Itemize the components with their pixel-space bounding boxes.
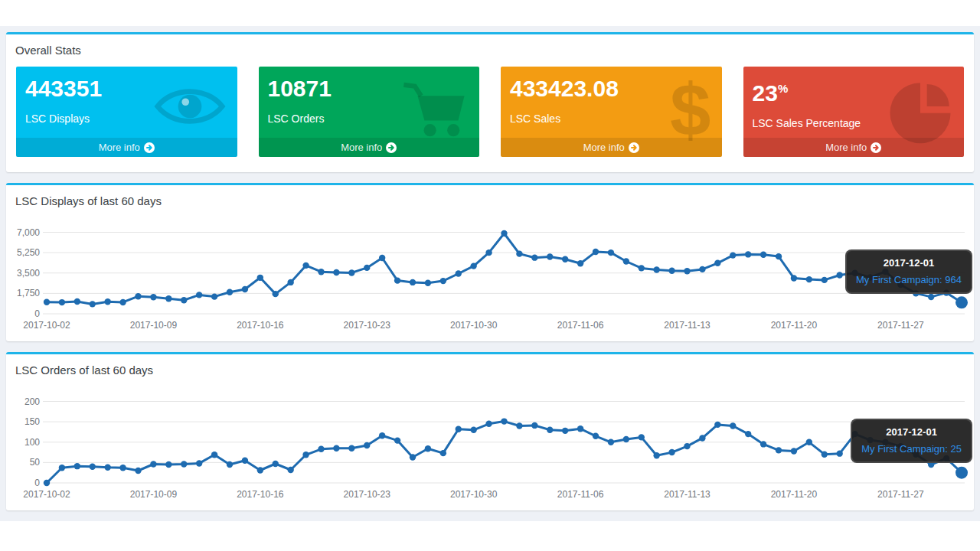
more-info-link[interactable]: More info	[743, 138, 965, 157]
svg-text:100: 100	[24, 437, 40, 448]
svg-text:2017-11-13: 2017-11-13	[664, 320, 710, 331]
stat-box-lsc-sales-percentage: 23% LSC Sales Percentage More info	[743, 67, 965, 157]
stat-value: 433423.08	[510, 76, 713, 102]
tooltip-value: My First Campaign: 25	[861, 443, 962, 455]
overall-stats-panel: Overall Stats 443351 LSC Displays More i…	[6, 32, 974, 172]
svg-text:2017-10-02: 2017-10-02	[23, 320, 70, 331]
chart-tooltip: 2017-12-01 My First Campaign: 25	[851, 419, 972, 463]
tooltip-date: 2017-12-01	[861, 426, 962, 438]
stat-value: 23%	[753, 76, 956, 106]
more-info-label: More info	[341, 142, 382, 153]
svg-text:1,750: 1,750	[17, 288, 40, 298]
stat-value: 10871	[268, 76, 471, 102]
more-info-link[interactable]: More info	[501, 138, 722, 157]
more-info-link[interactable]: More info	[259, 138, 480, 157]
chart-tooltip: 2017-12-01 My First Campaign: 964	[845, 249, 972, 294]
stat-box-lsc-displays: 443351 LSC Displays More info	[16, 67, 237, 157]
panel-title-overall-stats: Overall Stats	[6, 34, 974, 65]
svg-text:50: 50	[30, 457, 41, 468]
stat-label: LSC Displays	[25, 112, 228, 125]
displays-chart-panel: LSC Displays of last 60 days 01,7503,500…	[6, 183, 974, 341]
top-spacer	[0, 0, 980, 26]
more-info-label: More info	[825, 142, 867, 153]
svg-text:2017-11-27: 2017-11-27	[877, 320, 924, 331]
svg-text:2017-11-20: 2017-11-20	[771, 320, 818, 331]
svg-text:2017-11-06: 2017-11-06	[557, 489, 604, 500]
stat-value-suffix: %	[778, 82, 788, 95]
arrow-circle-icon	[144, 142, 155, 153]
orders-chart-panel: LSC Orders of last 60 days 0501001502002…	[6, 352, 974, 510]
tooltip-value: My First Campaign: 964	[856, 274, 962, 285]
svg-text:200: 200	[24, 396, 40, 407]
stat-box-inner: 433423.08 LSC Sales	[501, 67, 722, 125]
stat-box-lsc-orders: 10871 LSC Orders More info	[259, 67, 480, 157]
panel-title-orders-chart: LSC Orders of last 60 days	[6, 354, 974, 385]
svg-text:2017-10-30: 2017-10-30	[450, 489, 498, 500]
stat-boxes-row: 443351 LSC Displays More info	[6, 65, 974, 172]
svg-text:2017-10-09: 2017-10-09	[130, 489, 178, 500]
panel-title-displays-chart: LSC Displays of last 60 days	[6, 185, 974, 216]
more-info-label: More info	[99, 142, 140, 153]
svg-text:2017-10-30: 2017-10-30	[450, 320, 498, 331]
tooltip-date: 2017-12-01	[856, 257, 962, 269]
displays-chart[interactable]: 01,7503,5005,2507,0002017-10-022017-10-0…	[12, 222, 968, 341]
svg-text:2017-11-20: 2017-11-20	[771, 489, 818, 500]
svg-text:7,000: 7,000	[17, 227, 40, 238]
svg-text:5,250: 5,250	[17, 247, 40, 258]
svg-text:2017-10-16: 2017-10-16	[237, 320, 284, 331]
orders-chart[interactable]: 0501001502002017-10-022017-10-092017-10-…	[12, 391, 968, 510]
svg-text:2017-10-23: 2017-10-23	[344, 320, 391, 331]
stat-box-inner: 10871 LSC Orders	[259, 67, 480, 125]
stat-box-inner: 443351 LSC Displays	[16, 67, 237, 125]
arrow-circle-icon	[629, 142, 639, 153]
svg-text:2017-10-09: 2017-10-09	[130, 320, 178, 331]
stat-label: LSC Orders	[268, 112, 471, 125]
stat-box-inner: 23% LSC Sales Percentage	[743, 67, 965, 129]
svg-text:3,500: 3,500	[17, 268, 40, 279]
stat-label: LSC Sales	[510, 112, 713, 125]
stat-box-lsc-sales: 433423.08 LSC Sales $ More info	[501, 67, 722, 157]
svg-text:0: 0	[34, 478, 40, 488]
more-info-link[interactable]: More info	[16, 138, 237, 157]
svg-text:2017-10-02: 2017-10-02	[23, 489, 70, 500]
svg-text:0: 0	[34, 308, 40, 319]
svg-text:2017-10-23: 2017-10-23	[344, 489, 391, 500]
svg-text:150: 150	[24, 416, 40, 427]
dashboard-content: Overall Stats 443351 LSC Displays More i…	[0, 26, 980, 521]
svg-text:2017-11-06: 2017-11-06	[557, 320, 604, 331]
stat-value: 443351	[25, 76, 228, 102]
arrow-circle-icon	[386, 142, 397, 153]
stat-label: LSC Sales Percentage	[753, 117, 956, 129]
svg-text:2017-10-16: 2017-10-16	[237, 489, 284, 500]
more-info-label: More info	[583, 142, 625, 153]
svg-text:2017-11-13: 2017-11-13	[664, 489, 710, 500]
svg-text:2017-11-27: 2017-11-27	[877, 489, 924, 500]
arrow-circle-icon	[871, 142, 881, 153]
